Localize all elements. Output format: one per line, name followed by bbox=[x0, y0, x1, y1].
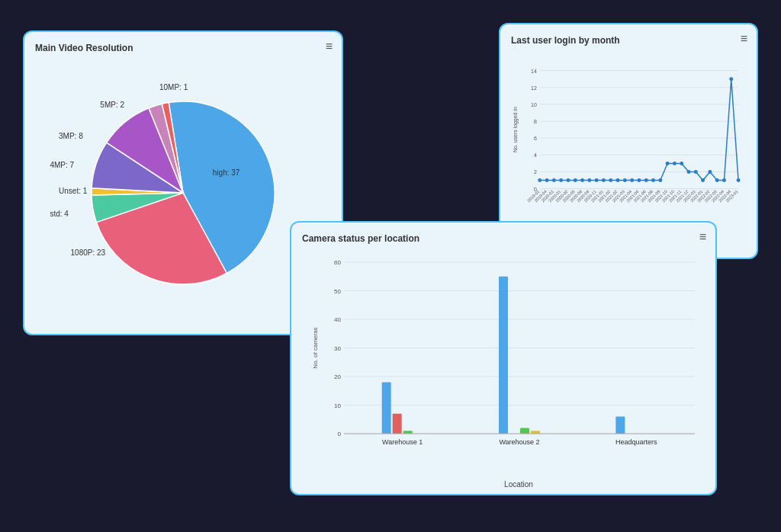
pie-svg bbox=[69, 75, 297, 303]
svg-point-24 bbox=[587, 178, 591, 182]
bar-menu-icon[interactable]: ≡ bbox=[699, 230, 706, 244]
svg-point-37 bbox=[680, 162, 683, 165]
svg-point-27 bbox=[609, 178, 612, 182]
svg-point-29 bbox=[623, 178, 627, 182]
svg-point-18 bbox=[545, 178, 549, 182]
bar-x-axis-label: Location bbox=[333, 480, 705, 489]
pie-chart-title: Main Video Resolution bbox=[35, 43, 331, 53]
svg-text:20: 20 bbox=[334, 373, 341, 380]
svg-point-31 bbox=[637, 178, 641, 182]
svg-point-32 bbox=[644, 178, 648, 182]
bar-svg: 0102030405060No. of camerasWarehouse 1Wa… bbox=[310, 255, 706, 476]
pie-chart-container: high: 371080P: 23std: 4Unset: 14MP: 73MP… bbox=[35, 59, 331, 319]
svg-text:No. users logged in: No. users logged in bbox=[513, 107, 519, 152]
svg-point-20 bbox=[559, 178, 563, 182]
svg-point-35 bbox=[666, 162, 670, 165]
svg-text:6: 6 bbox=[534, 136, 537, 141]
svg-point-40 bbox=[701, 178, 705, 182]
svg-point-36 bbox=[673, 162, 677, 165]
bar-chart-card: Camera status per location ≡ 01020304050… bbox=[290, 221, 717, 495]
svg-point-19 bbox=[552, 178, 556, 182]
svg-point-34 bbox=[658, 178, 662, 182]
svg-text:14: 14 bbox=[531, 69, 537, 74]
svg-text:50: 50 bbox=[334, 288, 341, 295]
svg-point-25 bbox=[595, 178, 599, 182]
svg-point-28 bbox=[616, 178, 620, 182]
bar-chart-title: Camera status per location bbox=[302, 233, 705, 244]
svg-point-21 bbox=[566, 178, 570, 182]
svg-text:60: 60 bbox=[334, 259, 341, 266]
svg-text:12: 12 bbox=[531, 85, 537, 91]
svg-point-26 bbox=[602, 178, 606, 182]
svg-point-33 bbox=[651, 178, 655, 182]
svg-rect-94 bbox=[499, 277, 508, 434]
svg-point-43 bbox=[722, 178, 726, 182]
svg-point-30 bbox=[630, 178, 634, 182]
svg-rect-98 bbox=[615, 417, 625, 434]
svg-text:30: 30 bbox=[334, 345, 341, 352]
svg-point-23 bbox=[580, 178, 584, 182]
pie-menu-icon[interactable]: ≡ bbox=[326, 40, 333, 53]
svg-rect-90 bbox=[382, 383, 391, 434]
svg-point-39 bbox=[694, 170, 698, 174]
svg-text:8: 8 bbox=[534, 119, 537, 124]
svg-point-41 bbox=[708, 170, 712, 174]
svg-point-38 bbox=[687, 170, 691, 174]
svg-rect-96 bbox=[531, 431, 540, 434]
svg-text:Headquarters: Headquarters bbox=[615, 438, 657, 446]
svg-text:4: 4 bbox=[534, 152, 537, 158]
line-chart-title: Last user login by month bbox=[511, 35, 746, 46]
svg-text:10: 10 bbox=[334, 402, 341, 409]
svg-text:0: 0 bbox=[338, 431, 342, 437]
svg-text:Warehouse 2: Warehouse 2 bbox=[499, 438, 539, 446]
svg-point-42 bbox=[715, 178, 719, 182]
svg-point-22 bbox=[574, 178, 577, 182]
svg-text:No. of cameras: No. of cameras bbox=[312, 327, 319, 368]
line-menu-icon[interactable]: ≡ bbox=[741, 32, 747, 46]
svg-rect-92 bbox=[403, 431, 413, 434]
svg-point-17 bbox=[538, 178, 542, 182]
svg-text:2: 2 bbox=[534, 169, 537, 175]
svg-rect-95 bbox=[520, 428, 529, 434]
svg-point-45 bbox=[737, 178, 741, 182]
line-chart-area: 02468101214No. users logged in2019-01201… bbox=[511, 52, 746, 235]
svg-rect-91 bbox=[393, 414, 402, 434]
line-svg: 02468101214No. users logged in2019-01201… bbox=[511, 52, 746, 235]
svg-point-44 bbox=[729, 77, 733, 81]
svg-text:Warehouse 1: Warehouse 1 bbox=[382, 438, 423, 446]
svg-text:10: 10 bbox=[531, 102, 537, 107]
svg-text:40: 40 bbox=[334, 316, 341, 323]
pie-slice-label: std: 4 bbox=[50, 210, 68, 218]
